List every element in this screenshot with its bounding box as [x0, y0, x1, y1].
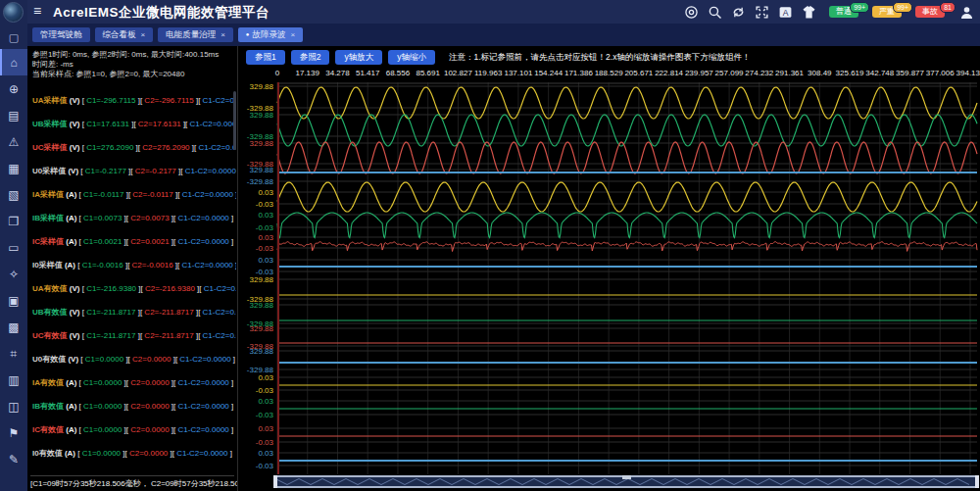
tab-power-quality[interactable]: 电能质量治理×: [158, 27, 233, 42]
channel-row-UC有效值: UC有效值 (V) [ C1=-211.8717 ][ C2=-211.8717…: [32, 324, 236, 348]
bracket-text: ][: [133, 143, 142, 152]
channel-value-v3: C1-C2=0.0000: [182, 261, 233, 270]
sidebar-item-pv-station[interactable]: ▩: [0, 314, 27, 340]
y-axis-label: 0.03: [238, 211, 273, 220]
channel-value-v1: C1=0.0000: [82, 449, 121, 458]
y-axis-zoom-out-button[interactable]: y轴缩小: [388, 50, 435, 65]
search-icon[interactable]: [708, 5, 722, 20]
y-axis-label: -0.03: [238, 244, 273, 253]
channel-unit: (A): [63, 449, 75, 458]
channel-value-v3: C1-C2=0.0000: [198, 143, 236, 152]
sidebar-item-log-edit[interactable]: ✎: [0, 446, 27, 472]
bracket-text: ]: [231, 355, 235, 364]
channel-row-UB有效值: UB有效值 (V) [ C1=-211.8717 ][ C2=-211.8717…: [32, 301, 236, 324]
y-axis-zoom-in-button[interactable]: y轴放大: [335, 50, 382, 65]
channel-value-v2: C2=-296.7115: [144, 96, 193, 105]
waveform-IB采样值: [277, 213, 977, 238]
workspace-monitor-icon[interactable]: ▢: [0, 27, 27, 47]
alarm-severe-button[interactable]: 严重99+: [872, 6, 902, 18]
theme-shirt-icon[interactable]: [802, 5, 816, 20]
sidebar-item-statistics[interactable]: ▦: [0, 155, 27, 181]
guide-icon[interactable]: [684, 5, 699, 20]
bracket-text: ][: [173, 190, 182, 199]
channel-row-IB有效值: IB有效值 (A) [ C1=0.0000 ][ C2=0.0000 ][ C1…: [32, 395, 236, 418]
header-bar: ≡ AcrelEMS企业微电网能效管理平台 A 普通99+严重99+事故81: [27, 0, 980, 24]
reference-time-line: 参照1时间: 0ms, 参照2时间: 0ms, 最大时间:400.15ms: [32, 50, 235, 60]
tab-close-icon[interactable]: ×: [141, 30, 146, 39]
sidebar-item-energy-tips[interactable]: ✧: [0, 261, 27, 287]
channel-value-v2: C2=0.0000: [130, 425, 169, 434]
tab-management-cockpit[interactable]: 管理驾驶舱: [32, 27, 90, 42]
y-axis-label: 329.88: [238, 347, 273, 356]
menu-toggle-icon[interactable]: ≡: [33, 3, 41, 19]
tab-close-icon[interactable]: ×: [220, 30, 225, 39]
app-logo[interactable]: [3, 2, 24, 23]
left-sidebar: ▢ ⌂⊕▤⚠▦▧❐▭✧▣▩⌗▥◫⚑✎: [0, 0, 27, 491]
channel-value-v1: C1=-0.0117: [83, 190, 123, 199]
channel-row-U0有效值: U0有效值 (V) [ C1=0.0000 ][ C2=0.0000 ][ C1…: [32, 348, 236, 371]
sidebar-item-monitor-screen[interactable]: ▭: [0, 234, 27, 261]
sidebar-item-home[interactable]: ⌂: [0, 49, 27, 75]
tab-overview-board[interactable]: 综合看板×: [95, 27, 154, 42]
datazoom-right-handle[interactable]: [975, 475, 979, 488]
y-axis-label: 329.88: [238, 324, 273, 333]
datazoom-left-handle[interactable]: [273, 475, 277, 488]
channel-value-v2: C2=0.0000: [130, 402, 169, 411]
channel-value-v1: C1=-216.9380: [86, 284, 136, 293]
active-tab-dot: ●: [246, 31, 250, 37]
sidebar-item-meter-panel[interactable]: ◫: [0, 393, 27, 419]
bracket-text: ][: [170, 237, 178, 246]
sidebar-item-report-copy[interactable]: ❐: [0, 208, 27, 234]
panel-scrollbar[interactable]: [233, 91, 236, 150]
fullscreen-icon[interactable]: [755, 5, 769, 20]
bracket-text: ][: [122, 214, 130, 222]
reference2-button[interactable]: 参照2: [291, 50, 330, 65]
channel-value-v3: C1-C2=0.0000: [182, 190, 233, 199]
meter-panel-icon: ◫: [8, 400, 19, 414]
sidebar-item-enterprise[interactable]: ▤: [0, 102, 27, 128]
channel-value-v3: C1-C2=0.0000: [178, 402, 229, 411]
y-axis-label: -0.03: [238, 411, 273, 419]
tab-overview-board-label: 综合看板: [103, 29, 136, 39]
sidebar-item-comm-device[interactable]: ⌗: [0, 340, 27, 367]
alarm-normal-button[interactable]: 普通99+: [829, 6, 858, 18]
bracket-text: [: [78, 167, 85, 175]
refresh-icon[interactable]: [731, 5, 746, 20]
bracket-text: ][: [122, 425, 130, 434]
x-tick-label: 171.386: [564, 69, 593, 77]
y-axis-label: -0.03: [238, 386, 273, 395]
waveform-UB采样值: [277, 115, 977, 146]
channel-unit: (V): [68, 120, 80, 128]
sidebar-item-warning-lamp[interactable]: ⚑: [0, 419, 27, 446]
datazoom-center-handle[interactable]: [622, 475, 631, 479]
sidebar-item-overview[interactable]: ⊕: [0, 75, 27, 102]
sidebar-item-alarm-center[interactable]: ⚠: [0, 128, 27, 155]
x-axis-datazoom-slider[interactable]: [275, 475, 977, 488]
data-report-icon: ▣: [8, 294, 19, 308]
alarm-accident-label: 事故: [922, 7, 938, 16]
user-avatar-icon[interactable]: [959, 5, 974, 20]
sidebar-item-data-report[interactable]: ▣: [0, 287, 27, 314]
channel-value-v1: C1=0.0000: [83, 402, 122, 411]
tab-fault-recording[interactable]: ●故障录波×: [238, 27, 303, 42]
alarm-badges: 普通99+严重99+事故81: [829, 6, 945, 18]
alarm-accident-button[interactable]: 事故81: [915, 6, 945, 18]
x-tick-label: 308.49: [808, 69, 831, 77]
waveform-canvas[interactable]: [274, 82, 980, 474]
sidebar-item-trend-chart[interactable]: ▧: [0, 181, 27, 208]
bracket-text: ][: [168, 449, 176, 458]
channel-unit: (A): [63, 261, 75, 270]
y-axis-label: -329.88: [238, 177, 273, 186]
reference1-button[interactable]: 参照1: [246, 50, 285, 65]
waveform-IC采样值: [277, 242, 977, 252]
translate-icon[interactable]: A: [778, 5, 793, 20]
x-tick-label: 325.619: [836, 69, 864, 77]
bracket-text: ][: [121, 449, 129, 458]
sidebar-item-data-matrix[interactable]: ▥: [0, 367, 27, 393]
x-tick-label: 342.748: [865, 69, 894, 77]
bracket-text: ][: [194, 308, 203, 317]
channel-row-UA有效值: UA有效值 (V) [ C1=-216.9380 ][ C2=-216.9380…: [32, 277, 236, 301]
tab-bar: 管理驾驶舱综合看板×电能质量治理×●故障录波×: [27, 24, 980, 46]
bracket-text: ][: [129, 120, 138, 128]
tab-close-icon[interactable]: ×: [290, 30, 295, 39]
